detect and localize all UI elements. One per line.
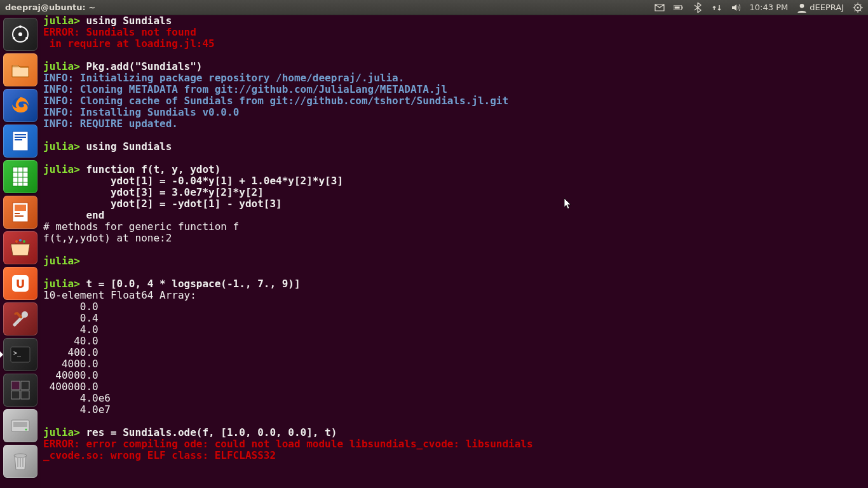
output-line: ydot[2] = -ydot[1] - ydot[3]: [43, 198, 282, 210]
svg-rect-14: [15, 137, 26, 138]
svg-rect-13: [15, 134, 26, 135]
svg-rect-29: [11, 381, 20, 390]
cmd-line: using Sundials: [80, 140, 172, 152]
prompt: julia>: [43, 426, 80, 438]
launcher-writer[interactable]: [3, 125, 37, 158]
info-text: Cloning METADATA from git://github.com/J…: [74, 83, 447, 95]
launcher-files[interactable]: [3, 53, 37, 86]
svg-point-21: [15, 240, 18, 243]
prompt: julia>: [43, 278, 80, 290]
prompt: julia>: [43, 15, 80, 27]
svg-rect-19: [15, 213, 20, 214]
svg-rect-15: [15, 139, 22, 140]
top-panel: deepraj@ubuntu: ~ 10:43 PM dEEPRAJ: [0, 0, 868, 15]
svg-rect-31: [11, 391, 20, 399]
output-line: # methods for generic function f: [43, 220, 239, 233]
svg-rect-34: [13, 422, 27, 427]
svg-rect-20: [15, 215, 24, 217]
terminal-output[interactable]: julia> using Sundials ERROR: Sundials no…: [41, 15, 868, 488]
cmd-line: Pkg.add("Sundials"): [80, 60, 203, 72]
error-line: in require at loading.jl:45: [43, 37, 215, 50]
array-item: 400000.0: [43, 381, 104, 393]
svg-text:>_: >_: [13, 349, 22, 357]
array-item: 0.0: [43, 301, 104, 313]
prompt: julia>: [43, 60, 80, 72]
launcher-software[interactable]: [3, 231, 37, 264]
launcher-firefox[interactable]: [3, 89, 37, 122]
array-item: 4.0e7: [43, 403, 111, 416]
cmd-line: using Sundials: [80, 15, 172, 27]
svg-rect-32: [21, 391, 29, 399]
svg-point-7: [18, 32, 22, 36]
svg-point-26: [22, 311, 28, 318]
svg-text:U: U: [16, 277, 25, 290]
cmd-line: function f(t, y, ydot): [80, 163, 221, 175]
bluetooth-icon[interactable]: [693, 3, 703, 13]
error-line: ERROR: Sundials not found: [43, 26, 196, 38]
svg-rect-1: [681, 6, 682, 8]
launcher-calc[interactable]: [3, 160, 37, 193]
info-text: Initializing package repository /home/de…: [74, 72, 404, 84]
info-tag: INFO:: [43, 72, 74, 84]
output-line: ydot[1] = -0.04*y[1] + 1.0e4*y[2]*y[3]: [43, 175, 343, 187]
info-tag: INFO:: [43, 83, 74, 95]
info-text: REQUIRE updated.: [74, 118, 178, 130]
svg-point-3: [800, 4, 804, 8]
error-line: _cvode.so: wrong ELF class: ELFCLASS32: [43, 449, 276, 461]
array-item: 0.4: [43, 312, 104, 324]
svg-point-23: [23, 240, 25, 243]
launcher-disk[interactable]: [3, 409, 37, 442]
svg-point-22: [19, 239, 22, 241]
array-item: 400.0: [43, 346, 104, 358]
array-item: 4.0: [43, 323, 104, 336]
svg-point-8: [19, 25, 22, 28]
svg-rect-30: [21, 381, 29, 390]
cmd-line: res = Sundials.ode(f, [1.0, 0.0, 0.0], t…: [80, 426, 337, 438]
output-line: ydot[3] = 3.0e7*y[2]*y[2]: [43, 186, 264, 198]
launcher-trash[interactable]: [3, 445, 37, 478]
battery-icon[interactable]: [674, 3, 684, 13]
info-tag: INFO:: [43, 118, 74, 130]
launcher-impress[interactable]: [3, 196, 37, 229]
launcher-ubuntu-one[interactable]: U: [3, 267, 37, 300]
svg-rect-18: [15, 205, 26, 211]
svg-point-9: [25, 37, 28, 39]
launcher-settings[interactable]: [3, 302, 37, 336]
power-icon[interactable]: [853, 3, 863, 13]
array-item: 4.0e6: [43, 392, 111, 404]
prompt: julia>: [43, 140, 80, 152]
mail-icon[interactable]: [654, 3, 665, 13]
svg-point-5: [857, 6, 859, 8]
svg-rect-16: [13, 167, 28, 186]
output-line: f(t,y,ydot) at none:2: [43, 232, 172, 244]
svg-point-36: [14, 454, 27, 458]
cmd-line: t = [0.0, 4 * logspace(-1., 7., 9)]: [80, 278, 301, 290]
prompt: julia>: [43, 163, 80, 175]
user-menu[interactable]: dEEPRAJ: [797, 3, 844, 13]
info-tag: INFO:: [43, 95, 74, 107]
window-title: deepraj@ubuntu: ~: [5, 3, 95, 12]
prompt: julia>: [43, 255, 80, 267]
svg-point-10: [13, 37, 15, 39]
svg-rect-2: [674, 6, 679, 8]
launcher-terminal[interactable]: >_: [3, 338, 37, 371]
array-item: 40.0: [43, 335, 104, 347]
unity-launcher: U>_: [0, 15, 41, 488]
error-line: ERROR: error compiling ode: could not lo…: [43, 438, 533, 450]
info-text: Cloning cache of Sundials from git://git…: [74, 95, 508, 107]
output-line: end: [43, 209, 104, 221]
info-text: Installing Sundials v0.0.0: [74, 106, 239, 118]
volume-icon[interactable]: [731, 3, 741, 13]
launcher-workspace[interactable]: [3, 374, 37, 407]
array-item: 40000.0: [43, 369, 104, 381]
clock[interactable]: 10:43 PM: [750, 3, 789, 12]
output-line: 10-element Float64 Array:: [43, 289, 196, 301]
array-item: 4000.0: [43, 358, 104, 370]
svg-point-35: [25, 429, 27, 431]
info-tag: INFO:: [43, 106, 74, 118]
launcher-dash[interactable]: [3, 18, 37, 51]
network-icon[interactable]: [712, 3, 722, 13]
